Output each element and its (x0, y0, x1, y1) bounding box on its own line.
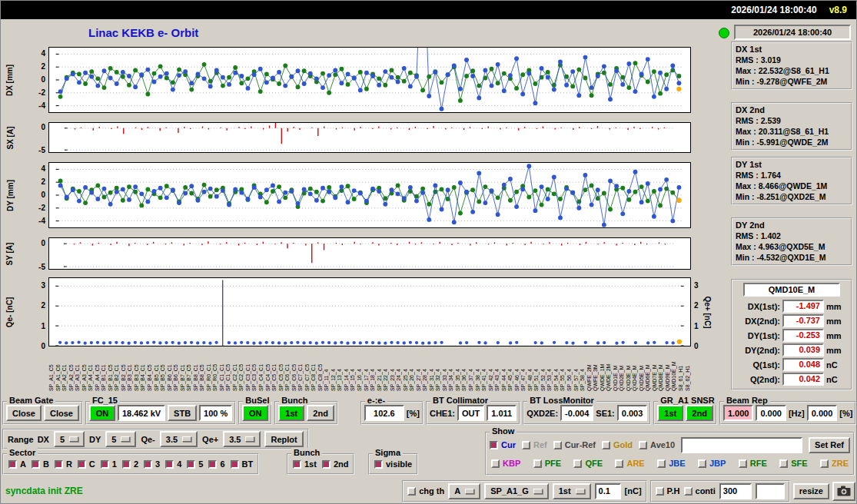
ph-checkbox-box[interactable] (656, 487, 664, 496)
bunch-2nd-button[interactable]: 2nd (307, 405, 334, 421)
x-axis-label: SP_A4_C1 (88, 348, 95, 391)
sector-4-checkbox[interactable]: 4 (165, 459, 181, 469)
sector-3-checkbox[interactable]: 3 (144, 459, 160, 469)
checkbox-box[interactable] (739, 459, 747, 468)
ee-ratio-display: 102.6 (364, 405, 404, 421)
checkbox-box[interactable] (187, 460, 195, 469)
bpm-select-combo[interactable]: SP_A1_G (484, 483, 549, 499)
range-qeminus-combo[interactable]: 3.5 (160, 431, 198, 447)
sector-2-checkbox[interactable]: 2 (122, 459, 138, 469)
checkbox-box[interactable] (657, 459, 666, 468)
checkbox-box[interactable] (553, 441, 562, 449)
checkbox-box[interactable] (698, 459, 706, 468)
chg-th-checkbox[interactable]: chg th (407, 486, 444, 496)
checkbox-box[interactable] (779, 459, 788, 468)
show-kbp-checkbox[interactable]: KBP (491, 459, 520, 468)
q-y-tick-right: 3 (694, 281, 711, 290)
screenshot-button[interactable] (832, 482, 855, 501)
threshold-input[interactable] (595, 483, 621, 499)
beam-gate-close-1-button[interactable]: Close (6, 405, 42, 421)
sx-plot (48, 122, 691, 153)
checkbox-box[interactable] (55, 460, 63, 469)
x-axis-label: SP_C5_C5 (278, 348, 285, 391)
bunch-1st-checkbox[interactable]: 1st (293, 459, 317, 469)
beam-gate-close-2-button[interactable]: Close (44, 405, 79, 421)
show-jbp-checkbox[interactable]: JBP (698, 459, 726, 468)
show-cur-ref-checkbox[interactable]: Cur-Ref (553, 440, 596, 449)
sector-5-checkbox[interactable]: 5 (187, 459, 203, 469)
checkbox-box[interactable] (231, 460, 239, 469)
show-rfe-checkbox[interactable]: RFE (739, 459, 767, 468)
sector-b-checkbox[interactable]: B (32, 459, 49, 469)
fc15-on-button[interactable]: ON (89, 405, 115, 421)
gr-snsr-2nd-button[interactable]: 2nd (686, 405, 713, 421)
fc15-kv-display: 18.462 kV (118, 405, 165, 421)
checkbox-box[interactable] (820, 459, 829, 468)
checkbox-box[interactable] (533, 459, 542, 468)
chg-th-checkbox-box[interactable] (407, 487, 416, 496)
sigma-visible-checkbox[interactable]: visible (374, 459, 412, 469)
bunch-2nd-checkbox[interactable]: 2nd (322, 459, 349, 469)
checkbox-box[interactable] (602, 441, 610, 449)
checkbox-box[interactable] (165, 460, 174, 469)
bunch-select-combo[interactable]: 1st (553, 483, 591, 499)
ph-checkbox[interactable]: P.H (656, 486, 680, 496)
checkbox-box[interactable] (490, 441, 498, 449)
gr-snsr-1st-button[interactable]: 1st (657, 405, 683, 421)
interval-input[interactable] (719, 483, 752, 499)
checkbox-box[interactable] (122, 460, 131, 469)
show-qfe-checkbox[interactable]: QFE (573, 459, 603, 468)
checkbox-box[interactable] (374, 460, 383, 469)
conti-checkbox[interactable]: conti (684, 486, 716, 496)
busel-on-button[interactable]: ON (242, 405, 268, 421)
checkbox-box[interactable] (293, 460, 301, 469)
checkbox-box[interactable] (522, 441, 530, 449)
show-ref-checkbox[interactable]: Ref (522, 440, 547, 449)
checkbox-box[interactable] (144, 460, 152, 469)
checkbox-label: Cur (501, 440, 516, 449)
show-sfe-checkbox[interactable]: SFE (779, 459, 807, 468)
qmd-row-label: DY(1st): (736, 331, 780, 340)
sector-a-checkbox[interactable]: A (8, 459, 26, 469)
show-are-checkbox[interactable]: ARE (615, 459, 644, 468)
checkbox-box[interactable] (32, 460, 40, 469)
set-ref-button[interactable]: Set Ref (809, 437, 850, 453)
checkbox-label: B (43, 459, 49, 469)
conti-checkbox-box[interactable] (684, 487, 693, 496)
bunch-1st-button[interactable]: 1st (278, 405, 304, 421)
checkbox-box[interactable] (78, 460, 86, 469)
resize-button[interactable]: resize (793, 483, 829, 499)
set-ref-input[interactable] (681, 437, 802, 453)
sector-bt-checkbox[interactable]: BT (231, 459, 254, 469)
show-gold-checkbox[interactable]: Gold (602, 440, 633, 449)
range-qeplus-combo[interactable]: 3.5 (223, 431, 261, 447)
sector-r-checkbox[interactable]: R (55, 459, 72, 469)
sector-6-checkbox[interactable]: 6 (208, 459, 224, 469)
checkbox-box[interactable] (322, 460, 331, 469)
fc15-stb-button[interactable]: STB (168, 405, 197, 421)
range-dy-combo[interactable]: 5 (105, 431, 136, 447)
sector-select-combo[interactable]: A (448, 483, 480, 499)
checkbox-box[interactable] (491, 459, 500, 468)
show-ave10-checkbox[interactable]: Ave10 (639, 440, 675, 449)
checkbox-box[interactable] (101, 460, 109, 469)
combo-mark-icon (121, 436, 130, 442)
checkbox-box[interactable] (208, 460, 217, 469)
show-jbe-checkbox[interactable]: JBE (657, 459, 685, 468)
sector-c-checkbox[interactable]: C (78, 459, 95, 469)
checkbox-box[interactable] (8, 460, 17, 469)
show-cur-checkbox[interactable]: Cur (490, 440, 516, 449)
extra-input[interactable] (756, 483, 785, 499)
checkbox-box[interactable] (639, 441, 647, 449)
titlebar-version: v8.9 (829, 5, 847, 15)
sector-1-checkbox[interactable]: 1 (101, 459, 117, 469)
range-dx-combo[interactable]: 5 (54, 431, 85, 447)
show-row-1: CurRefCur-RefGoldAve10 Set Ref (490, 435, 850, 455)
sx-y-axis-label: SX [A] (4, 122, 16, 153)
checkbox-box[interactable] (573, 459, 582, 468)
bunch-bottom-label: Bunch (291, 448, 322, 457)
replot-button[interactable]: Replot (264, 431, 303, 447)
checkbox-box[interactable] (615, 459, 623, 468)
show-pfe-checkbox[interactable]: PFE (533, 459, 561, 468)
show-zre-checkbox[interactable]: ZRE (820, 459, 849, 468)
